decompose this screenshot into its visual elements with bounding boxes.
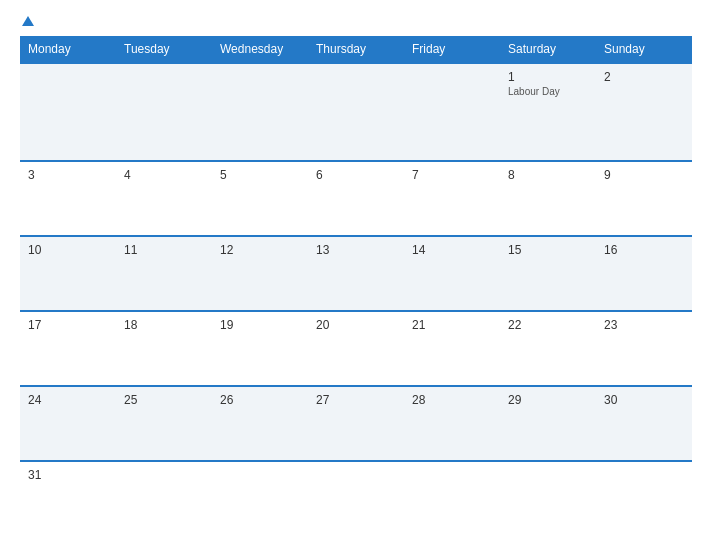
day-number: 15 [508, 243, 588, 257]
day-number: 31 [28, 468, 108, 482]
calendar-cell: 27 [308, 386, 404, 461]
calendar-cell: 18 [116, 311, 212, 386]
day-number: 4 [124, 168, 204, 182]
calendar-cell: 12 [212, 236, 308, 311]
day-number: 2 [604, 70, 684, 84]
calendar-header-row: MondayTuesdayWednesdayThursdayFridaySatu… [20, 36, 692, 63]
calendar-cell: 19 [212, 311, 308, 386]
day-number: 23 [604, 318, 684, 332]
calendar-cell: 6 [308, 161, 404, 236]
calendar-week-2: 3456789 [20, 161, 692, 236]
calendar-cell: 31 [20, 461, 116, 534]
day-header-tuesday: Tuesday [116, 36, 212, 63]
day-number: 3 [28, 168, 108, 182]
calendar-cell: 23 [596, 311, 692, 386]
day-number: 7 [412, 168, 492, 182]
calendar-cell: 7 [404, 161, 500, 236]
calendar-cell [596, 461, 692, 534]
calendar-week-1: 1Labour Day2 [20, 63, 692, 161]
calendar-cell: 17 [20, 311, 116, 386]
calendar-table: MondayTuesdayWednesdayThursdayFridaySatu… [20, 36, 692, 534]
calendar-cell: 3 [20, 161, 116, 236]
day-number: 18 [124, 318, 204, 332]
day-number: 10 [28, 243, 108, 257]
calendar-cell: 14 [404, 236, 500, 311]
calendar-cell [116, 63, 212, 161]
day-number: 26 [220, 393, 300, 407]
calendar-cell [116, 461, 212, 534]
day-number: 28 [412, 393, 492, 407]
calendar-cell: 10 [20, 236, 116, 311]
calendar-cell: 5 [212, 161, 308, 236]
logo-triangle-icon [22, 16, 34, 26]
calendar-cell: 24 [20, 386, 116, 461]
day-number: 17 [28, 318, 108, 332]
day-number: 29 [508, 393, 588, 407]
calendar-cell: 9 [596, 161, 692, 236]
day-number: 9 [604, 168, 684, 182]
day-number: 12 [220, 243, 300, 257]
calendar-cell: 8 [500, 161, 596, 236]
calendar-cell: 13 [308, 236, 404, 311]
day-number: 11 [124, 243, 204, 257]
calendar-cell: 11 [116, 236, 212, 311]
calendar-cell: 26 [212, 386, 308, 461]
day-number: 5 [220, 168, 300, 182]
day-number: 30 [604, 393, 684, 407]
calendar-cell [500, 461, 596, 534]
day-number: 16 [604, 243, 684, 257]
day-number: 20 [316, 318, 396, 332]
calendar-cell [404, 63, 500, 161]
calendar-week-3: 10111213141516 [20, 236, 692, 311]
calendar-cell: 15 [500, 236, 596, 311]
calendar-cell [212, 461, 308, 534]
day-number: 27 [316, 393, 396, 407]
calendar-cell: 4 [116, 161, 212, 236]
day-number: 21 [412, 318, 492, 332]
day-number: 6 [316, 168, 396, 182]
holiday-label: Labour Day [508, 86, 588, 97]
calendar-cell: 29 [500, 386, 596, 461]
calendar-cell: 1Labour Day [500, 63, 596, 161]
calendar-week-4: 17181920212223 [20, 311, 692, 386]
calendar-cell [212, 63, 308, 161]
day-number: 1 [508, 70, 588, 84]
calendar-cell [404, 461, 500, 534]
logo [20, 16, 34, 26]
day-header-thursday: Thursday [308, 36, 404, 63]
calendar-cell: 2 [596, 63, 692, 161]
calendar-cell: 30 [596, 386, 692, 461]
calendar-cell: 21 [404, 311, 500, 386]
day-number: 19 [220, 318, 300, 332]
day-number: 14 [412, 243, 492, 257]
page-header [20, 16, 692, 26]
calendar-cell: 25 [116, 386, 212, 461]
calendar-cell: 22 [500, 311, 596, 386]
day-number: 22 [508, 318, 588, 332]
day-number: 25 [124, 393, 204, 407]
calendar-cell: 16 [596, 236, 692, 311]
calendar-week-6: 31 [20, 461, 692, 534]
calendar-cell [308, 63, 404, 161]
calendar-cell [308, 461, 404, 534]
day-header-wednesday: Wednesday [212, 36, 308, 63]
day-number: 8 [508, 168, 588, 182]
day-header-saturday: Saturday [500, 36, 596, 63]
day-header-friday: Friday [404, 36, 500, 63]
calendar-cell [20, 63, 116, 161]
calendar-week-5: 24252627282930 [20, 386, 692, 461]
day-number: 24 [28, 393, 108, 407]
day-number: 13 [316, 243, 396, 257]
calendar-cell: 20 [308, 311, 404, 386]
day-header-monday: Monday [20, 36, 116, 63]
day-header-sunday: Sunday [596, 36, 692, 63]
calendar-cell: 28 [404, 386, 500, 461]
